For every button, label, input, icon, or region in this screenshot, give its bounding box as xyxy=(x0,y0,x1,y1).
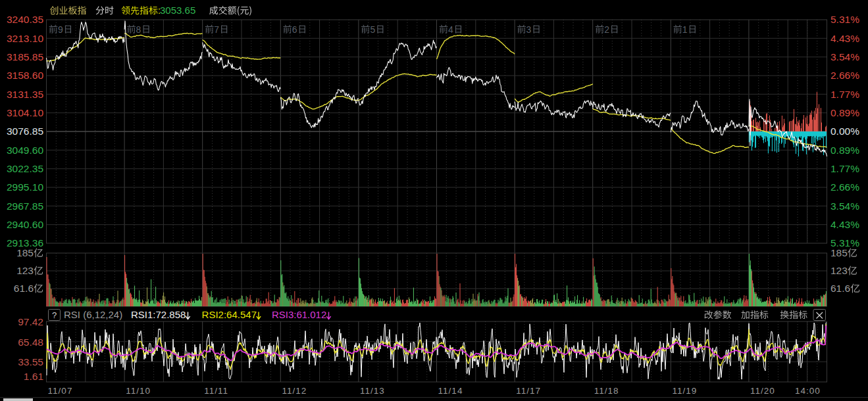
svg-text:3.54%: 3.54% xyxy=(830,51,859,62)
svg-text:7: 7 xyxy=(214,24,219,35)
svg-text:1: 1 xyxy=(682,24,688,35)
svg-text:3049.60: 3049.60 xyxy=(7,145,43,156)
svg-text:2967.85: 2967.85 xyxy=(7,200,43,212)
svg-text:61.6: 61.6 xyxy=(14,283,34,294)
svg-text:?: ? xyxy=(52,310,57,320)
svg-text:4: 4 xyxy=(448,24,453,35)
svg-text:2.66%: 2.66% xyxy=(830,181,859,193)
svg-text:2940.60: 2940.60 xyxy=(7,219,43,230)
svg-text:11/11: 11/11 xyxy=(204,386,228,396)
svg-text:11/10: 11/10 xyxy=(126,386,151,396)
svg-text:11/17: 11/17 xyxy=(516,386,541,396)
svg-text:0.89%: 0.89% xyxy=(830,107,859,118)
svg-text:3158.60: 3158.60 xyxy=(7,70,43,81)
svg-text:3213.10: 3213.10 xyxy=(7,33,43,44)
svg-text:14:00: 14:00 xyxy=(795,386,821,396)
svg-text:0.00%: 0.00% xyxy=(830,126,859,137)
svg-text:8: 8 xyxy=(136,24,141,35)
svg-text:11/07: 11/07 xyxy=(48,386,73,396)
svg-text:RSI1:72.858: RSI1:72.858 xyxy=(131,309,186,320)
svg-text:9: 9 xyxy=(58,24,63,35)
svg-text:97.42: 97.42 xyxy=(18,316,43,327)
svg-text:3131.35: 3131.35 xyxy=(7,89,43,100)
svg-text:2: 2 xyxy=(604,24,609,35)
svg-text:61.6: 61.6 xyxy=(830,283,850,294)
svg-text:11/14: 11/14 xyxy=(438,386,463,396)
svg-text:4.43%: 4.43% xyxy=(830,219,859,230)
svg-text:3185.85: 3185.85 xyxy=(7,51,43,62)
svg-text:65.48: 65.48 xyxy=(18,337,43,348)
svg-text:123: 123 xyxy=(16,265,34,276)
svg-text:11/18: 11/18 xyxy=(594,386,619,396)
svg-text:RSI (6,12,24): RSI (6,12,24) xyxy=(64,309,122,320)
svg-text:2995.10: 2995.10 xyxy=(7,181,43,193)
svg-text:185: 185 xyxy=(830,247,848,258)
svg-text:11/12: 11/12 xyxy=(282,386,307,396)
svg-text:3240.35: 3240.35 xyxy=(7,14,43,25)
svg-text:1.77%: 1.77% xyxy=(830,163,859,174)
svg-text:3022.35: 3022.35 xyxy=(7,163,43,174)
svg-text:2.66%: 2.66% xyxy=(830,70,859,81)
svg-text:11/19: 11/19 xyxy=(672,386,697,396)
svg-text:33.55: 33.55 xyxy=(18,356,43,367)
svg-text:3076.85: 3076.85 xyxy=(7,126,43,137)
svg-text:3053.65: 3053.65 xyxy=(160,5,195,16)
svg-text:RSI3:61.012: RSI3:61.012 xyxy=(272,309,326,320)
svg-text:123: 123 xyxy=(830,265,848,276)
svg-text:0.89%: 0.89% xyxy=(830,145,859,156)
svg-text:6: 6 xyxy=(292,24,297,35)
svg-text:1.77%: 1.77% xyxy=(830,89,859,100)
svg-text:1.61: 1.61 xyxy=(24,371,43,382)
svg-text:5.31%: 5.31% xyxy=(830,14,859,25)
svg-text:3.54%: 3.54% xyxy=(830,200,859,212)
svg-text:3104.10: 3104.10 xyxy=(7,107,43,118)
svg-text:11/20: 11/20 xyxy=(750,386,775,396)
svg-text:4.43%: 4.43% xyxy=(830,33,859,44)
svg-text:RSI2:64.547: RSI2:64.547 xyxy=(202,309,257,320)
svg-text:185: 185 xyxy=(16,247,34,258)
svg-text:5: 5 xyxy=(370,24,375,35)
svg-text:11/13: 11/13 xyxy=(360,386,385,396)
svg-text:3: 3 xyxy=(526,24,532,35)
